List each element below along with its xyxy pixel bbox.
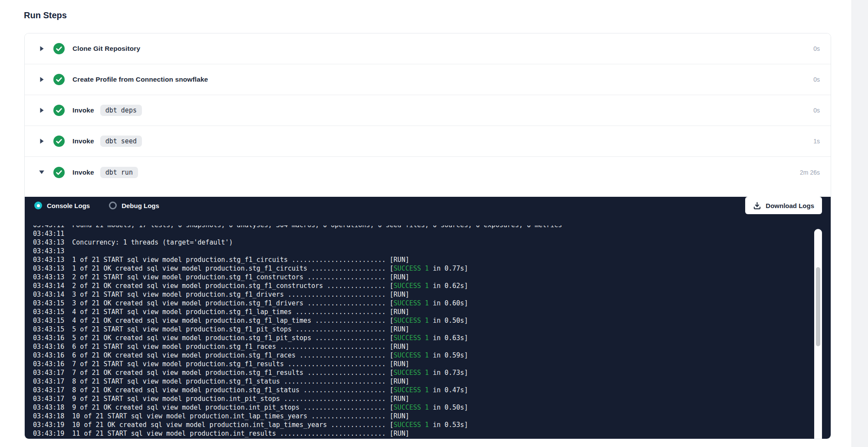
chevron-right-icon: [39, 46, 45, 52]
log-line: 03:43:14 2 of 21 OK created sql view mod…: [33, 281, 810, 290]
log-line: 03:43:15 4 of 21 OK created sql view mod…: [33, 316, 810, 325]
log-line: 03:43:17 9 of 21 START sql view model pr…: [33, 394, 810, 403]
chevron-right-icon: [39, 76, 45, 83]
log-line: 03:43:13 Concurrency: 1 threads (target=…: [33, 238, 810, 247]
log-line: 03:43:13 1 of 21 OK created sql view mod…: [33, 264, 810, 273]
log-line: 03:43:11: [33, 229, 810, 238]
step-row-create-profile-from-connection-snowflake[interactable]: Create Profile from Connection snowflake…: [25, 64, 831, 95]
download-logs-label: Download Logs: [766, 202, 814, 209]
log-line: 03:43:18 10 of 21 START sql view model p…: [33, 412, 810, 421]
check-circle-icon: [53, 167, 65, 178]
check-circle-icon: [53, 105, 65, 116]
step-title: Invoke: [72, 137, 94, 145]
command-pill: dbt deps: [100, 105, 142, 116]
log-line: 03:43:17 8 of 21 OK created sql view mod…: [33, 386, 810, 394]
radio-icon: [109, 202, 117, 209]
chevron-right-icon: [39, 107, 45, 113]
log-line: 03:43:15 5 of 21 START sql view model pr…: [33, 325, 810, 334]
log-scrollbar-thumb[interactable]: [816, 267, 820, 346]
log-line: 03:43:19 11 of 21 START sql view model p…: [33, 429, 810, 438]
step-row-clone-git-repository[interactable]: Clone Git Repository0s: [25, 33, 831, 64]
check-circle-icon: [53, 136, 65, 147]
step-row-invoke-dbt-deps[interactable]: Invokedbt deps0s: [25, 95, 831, 126]
step-title: Invoke: [72, 169, 94, 176]
run-steps-list: Clone Git Repository0sCreate Profile fro…: [25, 33, 831, 188]
step-row-invoke-dbt-seed[interactable]: Invokedbt seed1s: [25, 126, 831, 157]
console-log-output: 03:43:11 Found 21 models, 17 tests, 0 sn…: [33, 225, 810, 439]
log-line: 03:43:18 9 of 21 OK created sql view mod…: [33, 403, 810, 412]
download-logs-button[interactable]: Download Logs: [745, 197, 822, 214]
step-duration: 0s: [813, 107, 820, 114]
tab-label: Console Logs: [47, 202, 90, 209]
step-title: Create Profile from Connection snowflake: [72, 76, 208, 83]
log-panel: Console LogsDebug Logs Download Logs 03:…: [25, 197, 831, 439]
log-line: 03:43:14 3 of 21 START sql view model pr…: [33, 290, 810, 299]
log-line: 03:43:17 7 of 21 OK created sql view mod…: [33, 368, 810, 377]
log-line: 03:43:15 3 of 21 OK created sql view mod…: [33, 299, 810, 308]
step-title: Clone Git Repository: [72, 45, 140, 53]
download-icon: [753, 202, 761, 210]
log-line: 03:43:13 2 of 21 START sql view model pr…: [33, 273, 810, 281]
log-line: 03:43:16 6 of 21 OK created sql view mod…: [33, 351, 810, 360]
run-steps-card: Clone Git Repository0sCreate Profile fro…: [24, 33, 831, 439]
chevron-down-icon: [39, 170, 45, 175]
step-title: Invoke: [72, 106, 94, 114]
page-right-gutter: [852, 0, 868, 447]
log-tabs: Console LogsDebug Logs: [34, 202, 178, 209]
command-pill: dbt seed: [100, 136, 142, 147]
command-pill: dbt run: [100, 167, 138, 178]
page-title: Run Steps: [24, 10, 67, 20]
step-duration: 2m 26s: [800, 169, 820, 176]
log-panel-header: Console LogsDebug Logs Download Logs: [25, 197, 831, 214]
step-duration: 0s: [813, 45, 820, 52]
step-duration: 1s: [813, 138, 820, 145]
check-circle-icon: [53, 43, 65, 54]
radio-icon: [34, 202, 42, 209]
tab-label: Debug Logs: [122, 202, 159, 209]
log-line: 03:43:16 5 of 21 OK created sql view mod…: [33, 334, 810, 342]
log-line: 03:43:16 6 of 21 START sql view model pr…: [33, 342, 810, 351]
log-line: 03:43:15 4 of 21 START sql view model pr…: [33, 308, 810, 316]
check-circle-icon: [53, 74, 65, 85]
step-duration: 0s: [813, 76, 820, 83]
log-line: 03:43:16 7 of 21 START sql view model pr…: [33, 360, 810, 368]
chevron-right-icon: [39, 138, 45, 144]
log-line: 03:43:17 8 of 21 START sql view model pr…: [33, 377, 810, 386]
step-row-invoke-dbt-run[interactable]: Invokedbt run2m 26s: [25, 157, 831, 188]
tab-debug-logs[interactable]: Debug Logs: [109, 202, 159, 209]
tab-console-logs[interactable]: Console Logs: [34, 202, 90, 209]
log-line: 03:43:19 10 of 21 OK created sql view mo…: [33, 421, 810, 429]
log-line: 03:43:11 Found 21 models, 17 tests, 0 sn…: [33, 225, 810, 229]
log-line: 03:43:13: [33, 247, 810, 255]
log-line: 03:43:13 1 of 21 START sql view model pr…: [33, 255, 810, 264]
